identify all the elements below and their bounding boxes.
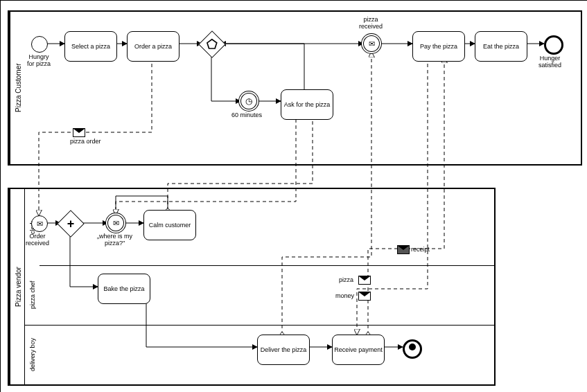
terminate-icon [409, 344, 416, 350]
start-event-hungry[interactable] [31, 36, 48, 53]
bpmn-diagram: Pizza Customer Pizza vendor clerk pizza … [0, 0, 587, 392]
event-pizza-received[interactable]: ✉ [364, 36, 379, 51]
envelope-icon [397, 245, 410, 254]
start-event-label: Hungry for pizza [27, 53, 51, 67]
envelope-icon: ✉ [37, 220, 43, 228]
lane-delivery: delivery boy [24, 325, 40, 385]
task-calm-customer[interactable]: Calm customer [143, 210, 196, 240]
envelope-icon [358, 276, 371, 285]
pool-vendor[interactable]: Pizza vendor clerk pizza chef delivery b… [8, 188, 496, 386]
lane-chef: pizza chef [24, 265, 40, 326]
envelope-icon: ✉ [113, 220, 119, 227]
task-ask-pizza[interactable]: Ask for the pizza [281, 89, 333, 120]
task-receive-payment[interactable]: Receive payment [332, 335, 385, 365]
event-order-received[interactable]: ✉ [31, 215, 48, 232]
event-where-is-pizza-label: „where is my pizza?" [97, 233, 132, 247]
msg-pizza: pizza [339, 276, 353, 283]
task-select-pizza[interactable]: Select a pizza [64, 31, 117, 62]
event-order-received-label: Order received [26, 233, 49, 247]
msg-receipt: receipt [411, 246, 430, 253]
task-eat-pizza[interactable]: Eat the pizza [475, 31, 527, 62]
event-timer-label: 60 minutes [231, 112, 262, 118]
msg-money: money [335, 292, 354, 299]
end-event-vendor[interactable] [403, 339, 422, 359]
end-event-label: Hunger satisfied [538, 55, 561, 69]
msg-pizza-order: pizza order [70, 138, 101, 145]
clock-icon: ◷ [245, 96, 252, 106]
envelope-icon [73, 128, 85, 137]
event-pizza-received-label: pizza received [359, 16, 383, 30]
pentagon-icon: ⬠ [203, 35, 221, 53]
plus-icon: + [62, 215, 80, 233]
end-event-satisfied[interactable] [544, 35, 563, 55]
envelope-icon: ✉ [369, 40, 375, 48]
pool-vendor-label: Pizza vendor [9, 189, 26, 384]
envelope-icon [358, 292, 371, 301]
event-where-is-pizza[interactable]: ✉ [108, 215, 123, 231]
task-deliver-pizza[interactable]: Deliver the pizza [257, 335, 310, 365]
pool-customer-label: Pizza Customer [9, 12, 26, 164]
event-timer-60[interactable]: ◷ [241, 93, 256, 109]
task-pay-pizza[interactable]: Pay the pizza [412, 31, 465, 62]
task-order-pizza[interactable]: Order a pizza [127, 31, 179, 62]
task-bake-pizza[interactable]: Bake the pizza [98, 274, 150, 304]
